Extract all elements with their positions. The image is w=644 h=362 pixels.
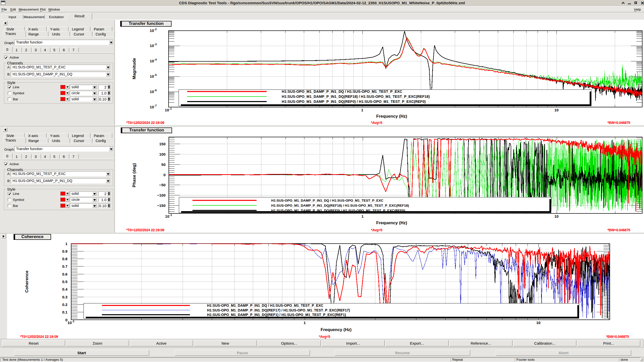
svg-text:H1:SUS-OPO_M1_DAMP_P_IN1_DQ /: H1:SUS-OPO_M1_DAMP_P_IN1_DQ / H1:SUS-OPO… [207,303,323,307]
svg-text:Magnitude: Magnitude [132,58,137,79]
svg-text:−50: −50 [159,183,166,187]
svg-text:1: 1 [361,214,364,218]
svg-text:*Avg=5: *Avg=5 [319,335,331,339]
svg-text:Transfer function: Transfer function [129,21,164,26]
svg-text:-1: -1 [169,107,172,110]
svg-text:10: 10 [536,321,541,325]
svg-text:10: 10 [165,108,169,112]
svg-text:0.2: 0.2 [62,302,67,307]
svg-text:H1:SUS-OPO_M1_DAMP_P_IN1_DQ(RE: H1:SUS-OPO_M1_DAMP_P_IN1_DQ(REF18) / H1:… [271,204,409,207]
svg-text:−100: −100 [157,193,166,197]
svg-text:10: 10 [554,108,559,112]
svg-text:*BW=0.046875: *BW=0.046875 [607,228,630,232]
svg-text:0.3: 0.3 [62,295,67,299]
svg-text:0.7: 0.7 [62,264,67,268]
svg-text:10: 10 [150,89,154,94]
svg-text:10: 10 [165,214,169,218]
svg-text:10: 10 [150,74,154,78]
svg-text:Frequency (Hz): Frequency (Hz) [376,114,407,119]
svg-text:1: 1 [361,108,363,112]
svg-text:-6: -6 [154,89,157,92]
svg-text:-5: -5 [154,73,157,76]
svg-text:10: 10 [554,214,559,218]
svg-text:1: 1 [65,242,67,246]
svg-text:H1:SUS-OPO_M1_DAMP_P_IN1_DQ(RE: H1:SUS-OPO_M1_DAMP_P_IN1_DQ(REF17) / H1:… [207,308,350,312]
svg-text:10: 10 [67,321,72,325]
svg-text:Transfer function: Transfer function [129,128,164,132]
svg-text:-1: -1 [170,213,172,216]
svg-text:50: 50 [161,162,166,167]
svg-text:-4: -4 [154,58,157,61]
svg-text:-2: -2 [154,28,157,31]
svg-text:Coherence: Coherence [21,234,44,239]
svg-text:Frequency (Hz): Frequency (Hz) [376,220,407,225]
svg-text:H1:SUS-OPO_M1_DAMP_P_IN1_DQ(RE: H1:SUS-OPO_M1_DAMP_P_IN1_DQ(REF0) / H1:S… [271,209,405,212]
svg-text:10: 10 [150,105,154,109]
svg-text:100: 100 [159,152,166,156]
svg-text:*Avg=5: *Avg=5 [371,228,383,232]
svg-text:H1:SUS-OPO_M1_DAMP_P_IN1_DQ(RE: H1:SUS-OPO_M1_DAMP_P_IN1_DQ(REF1) / H1:S… [207,313,346,317]
svg-text:0: 0 [65,318,67,322]
svg-text:H1:SUS-OPO_M1_DAMP_P_IN1_DQ(RE: H1:SUS-OPO_M1_DAMP_P_IN1_DQ(REF0) / H1:S… [282,100,426,104]
svg-text:0: 0 [164,173,166,177]
svg-text:Coherence: Coherence [24,270,29,293]
svg-text:10: 10 [150,43,154,48]
svg-text:Frequency (Hz): Frequency (Hz) [321,327,352,332]
svg-text:-7: -7 [154,104,157,107]
svg-text:*T0=12/02/2024 22:19:09: *T0=12/02/2024 22:19:09 [126,228,164,232]
svg-text:*BW=0.046875: *BW=0.046875 [607,121,630,125]
svg-text:0.5: 0.5 [62,280,67,284]
svg-text:−150: −150 [157,203,166,208]
svg-text:H1:SUS-OPO_M1_DAMP_P_IN1_DQ /: H1:SUS-OPO_M1_DAMP_P_IN1_DQ / H1:SUS-OPO… [282,89,402,94]
svg-text:0.8: 0.8 [62,257,67,261]
svg-text:Phase (deg): Phase (deg) [132,163,137,187]
svg-text:-3: -3 [154,43,157,46]
svg-text:10: 10 [150,59,154,63]
svg-text:0.9: 0.9 [62,249,67,253]
svg-text:0.1: 0.1 [62,310,67,314]
svg-text:*T0=12/02/2024 22:19:09: *T0=12/02/2024 22:19:09 [126,121,164,125]
svg-text:10: 10 [150,28,154,33]
svg-text:H1:SUS-OPO_M1_DAMP_P_IN1_DQ /: H1:SUS-OPO_M1_DAMP_P_IN1_DQ / H1:SUS-OPO… [271,199,383,202]
svg-text:1: 1 [304,321,306,325]
svg-text:150: 150 [159,142,166,146]
svg-text:*T0=12/02/2024 22:19:09: *T0=12/02/2024 22:19:09 [20,335,58,339]
svg-text:-1: -1 [72,320,74,323]
svg-text:*Avg=5: *Avg=5 [371,121,383,125]
svg-text:H1:SUS-OPO_M1_DAMP_P_IN1_DQ(RE: H1:SUS-OPO_M1_DAMP_P_IN1_DQ(REF18) / H1:… [282,95,430,99]
svg-text:0.6: 0.6 [62,272,67,276]
svg-text:0.4: 0.4 [62,287,68,291]
svg-text:*BW=0.046875: *BW=0.046875 [606,335,629,339]
